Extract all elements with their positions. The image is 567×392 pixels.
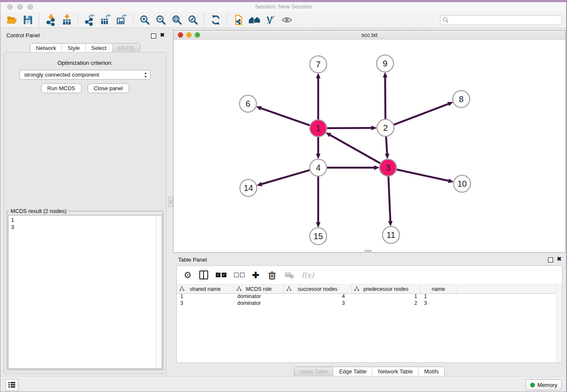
- graph-edge-1-6[interactable]: [261, 108, 310, 125]
- graph-node-2[interactable]: 2: [377, 119, 394, 136]
- add-column-icon[interactable]: ✚: [252, 271, 259, 279]
- graph-edge-2-8[interactable]: [394, 104, 449, 125]
- refresh-icon[interactable]: [209, 14, 223, 26]
- graph-node-14[interactable]: 14: [240, 179, 257, 196]
- graph-node-11[interactable]: 11: [383, 226, 399, 243]
- column-header-MCDS-role[interactable]: MCDS role: [234, 284, 284, 293]
- graph-edge-2-9[interactable]: [385, 77, 385, 119]
- save-icon[interactable]: [21, 14, 35, 26]
- criterion-dropdown[interactable]: strongly connected component ▲▼: [19, 70, 151, 80]
- tab-select[interactable]: Select: [85, 44, 112, 52]
- graph-node-3[interactable]: 3: [380, 159, 396, 176]
- table-row[interactable]: 3dominator323: [177, 300, 556, 307]
- column-header-successor-nodes[interactable]: successor nodes: [284, 284, 352, 293]
- cell-predecessor-nodes[interactable]: 2: [352, 300, 421, 307]
- graph-edge-3-11[interactable]: [388, 177, 391, 221]
- table-tab-node-table[interactable]: Node Table: [295, 367, 333, 376]
- svg-text:14: 14: [244, 183, 253, 193]
- graph-edge-2-3[interactable]: [386, 137, 387, 154]
- mcds-result-textarea[interactable]: 1 3: [8, 215, 162, 369]
- split-panel-icon[interactable]: [199, 271, 208, 279]
- column-header-predecessor-nodes[interactable]: predecessor nodes: [352, 284, 421, 293]
- cell-shared-name[interactable]: 3: [177, 300, 234, 307]
- graph-node-6[interactable]: 6: [239, 95, 256, 112]
- mcds-result-title: MCDS result (2 nodes): [9, 208, 68, 214]
- network-graph[interactable]: 7968124314101511: [173, 40, 565, 252]
- cell-MCDS-role[interactable]: dominator: [234, 293, 284, 300]
- graph-edge-3-10[interactable]: [397, 169, 449, 181]
- graph-node-7[interactable]: 7: [310, 56, 327, 73]
- gear-icon[interactable]: ⚙: [184, 271, 192, 280]
- document-network-icon[interactable]: [232, 14, 245, 26]
- column-header-name[interactable]: name: [421, 284, 457, 293]
- column-header-shared-name[interactable]: shared name: [177, 284, 234, 293]
- table-tab-edge-table[interactable]: Edge Table: [333, 367, 372, 376]
- graph-edge-3-1[interactable]: [330, 135, 380, 163]
- mcds-result-box: MCDS result (2 nodes) 1 3: [7, 211, 163, 370]
- graph-edge-4-14[interactable]: [262, 170, 310, 184]
- tab-style[interactable]: Style: [62, 44, 85, 52]
- cell-MCDS-role[interactable]: dominator: [234, 300, 284, 307]
- open-folder-icon[interactable]: [5, 14, 19, 26]
- memory-button[interactable]: Memory: [526, 379, 562, 390]
- export-image-icon[interactable]: [115, 14, 129, 26]
- export-table-icon[interactable]: [99, 14, 113, 26]
- table-float-panel-icon[interactable]: [548, 257, 553, 262]
- export-network-icon[interactable]: [83, 14, 96, 26]
- close-panel-button[interactable]: Close panel: [88, 83, 129, 93]
- eye-icon[interactable]: [280, 14, 294, 26]
- panel-splitter-grip[interactable]: [168, 197, 173, 207]
- task-history-button[interactable]: [6, 379, 18, 391]
- select-all-icon[interactable]: ✓✓: [216, 273, 226, 277]
- float-panel-icon[interactable]: [151, 33, 156, 39]
- cell-name[interactable]: 1: [421, 293, 457, 300]
- cell-successor-nodes[interactable]: 4: [284, 293, 352, 300]
- cell-name[interactable]: 3: [421, 300, 457, 307]
- table-body: 1dominator4113dominator323: [177, 293, 556, 362]
- svg-text:15: 15: [314, 232, 323, 241]
- zoom-in-icon[interactable]: [138, 14, 151, 26]
- application-window: Session: New Session: [0, 0, 567, 392]
- network-view-window: x – + scc.txt 7968124314101511: [173, 30, 566, 253]
- mcds-result-values: 1 3: [8, 215, 162, 232]
- import-network-icon[interactable]: [44, 14, 58, 26]
- network-canvas[interactable]: 7968124314101511: [173, 40, 565, 252]
- svg-text:4: 4: [316, 163, 320, 172]
- double-house-icon[interactable]: [248, 14, 261, 26]
- table-tab-motifs[interactable]: Motifs: [418, 367, 444, 376]
- trash-icon[interactable]: [267, 270, 277, 280]
- search-input[interactable]: [440, 15, 562, 25]
- zoom-fit-icon[interactable]: [170, 14, 184, 26]
- slashed-v-icon[interactable]: [264, 14, 278, 26]
- import-table-icon[interactable]: [60, 14, 74, 26]
- deselect-all-icon[interactable]: [234, 273, 245, 277]
- zoom-check-icon[interactable]: [186, 14, 200, 26]
- graph-node-4[interactable]: 4: [310, 159, 327, 176]
- search-field-wrap: [440, 15, 566, 25]
- optimization-criterion-label: Optimization criterion:: [4, 60, 166, 66]
- tab-network[interactable]: Network: [30, 44, 62, 52]
- table-scrollbar[interactable]: [556, 284, 562, 362]
- delete-table-icon: [285, 271, 294, 279]
- close-panel-icon[interactable]: ✖: [160, 32, 165, 38]
- svg-text:3: 3: [385, 163, 390, 172]
- run-mcds-button[interactable]: Run MCDS: [41, 83, 82, 93]
- graph-node-9[interactable]: 9: [377, 55, 394, 72]
- graph-node-15[interactable]: 15: [310, 228, 327, 245]
- zoom-out-icon[interactable]: [154, 14, 168, 26]
- toolbar-separator: [78, 13, 79, 27]
- graph-node-8[interactable]: 8: [453, 91, 470, 108]
- result-scrollbar[interactable]: [155, 216, 161, 368]
- cell-predecessor-nodes[interactable]: 1: [352, 293, 421, 300]
- tab-mcds[interactable]: MCDS: [112, 44, 140, 52]
- graph-edge-1-2[interactable]: [327, 128, 372, 128]
- table-row[interactable]: 1dominator411: [177, 293, 556, 300]
- table-tab-network-table[interactable]: Network Table: [372, 367, 418, 376]
- svg-text:2: 2: [383, 123, 388, 133]
- table-close-panel-icon[interactable]: ✖: [557, 256, 561, 262]
- cell-successor-nodes[interactable]: 3: [284, 300, 352, 307]
- graph-node-1[interactable]: 1: [310, 120, 327, 137]
- network-resize-grip[interactable]: [365, 250, 372, 253]
- graph-node-10[interactable]: 10: [454, 175, 471, 192]
- cell-shared-name[interactable]: 1: [177, 293, 234, 300]
